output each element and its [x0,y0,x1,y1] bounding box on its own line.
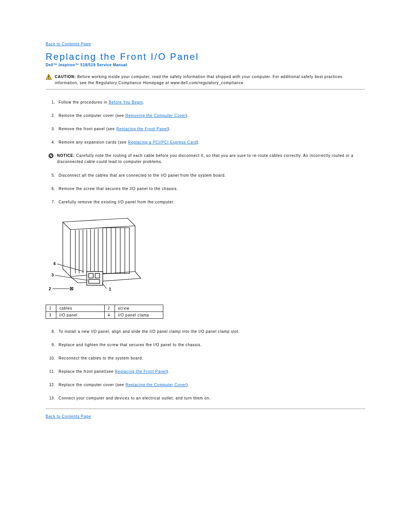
io-panel-diagram: 4 3 2 1 [46,212,365,301]
notice-icon [48,153,54,159]
legend-num-3: 3 [46,312,56,319]
step-7: Carefully remove the existing I/O panel … [56,199,365,205]
caution-label: CAUTION: [55,75,76,79]
divider-bottom [46,409,365,409]
notice-label: NOTICE: [57,153,75,158]
replacing-front-panel-link-2[interactable]: Replacing the Front Panel [115,369,167,374]
callout-3: 3 [51,273,54,277]
step-12: Replace the computer cover (see Replacin… [56,382,365,388]
caution-block: CAUTION: Before working inside your comp… [46,74,365,86]
svg-rect-1 [48,76,49,78]
steps-list-2: To install a new I/O panel, align and sl… [46,329,365,401]
back-link-top[interactable]: Back to Contents Page [46,42,365,46]
replacing-pci-card-link[interactable]: Replacing a PCI/PCI Express Card [128,140,197,144]
legend-table: 1 cables 2 screw 3 I/O panel 4 I/O panel… [46,305,163,319]
step-6: Remove the screw that secures the I/O pa… [56,186,365,192]
legend-num-1: 1 [46,305,56,312]
legend-num-2: 2 [105,305,115,312]
caution-body: Before working inside your computer, rea… [55,75,342,85]
replacing-front-panel-link-1[interactable]: Replacing the Front Panel [116,127,168,131]
step-13: Connect your computer and devices to an … [56,395,365,401]
svg-line-27 [55,275,88,280]
steps-list: Follow the procedures in Before You Begi… [46,99,365,205]
back-link-bottom[interactable]: Back to Contents Page [46,414,365,419]
callout-4: 4 [53,261,56,266]
divider-top [46,89,365,89]
step-1-text-a: Follow the procedures in [59,100,109,104]
notice-text: NOTICE: Carefully note the routing of ea… [57,153,365,165]
step-1: Follow the procedures in Before You Begi… [56,99,365,105]
step-3-text-b: ). [168,127,171,131]
step-12-text-b: ). [186,383,189,387]
legend-num-4: 4 [105,312,115,319]
caution-icon [46,74,52,80]
back-link-bottom-anchor[interactable]: Back to Contents Page [46,414,91,419]
step-2-text-b: ). [186,113,189,118]
svg-line-29 [102,283,107,289]
back-link-top-anchor[interactable]: Back to Contents Page [46,42,91,46]
legend-label-3: I/O panel [56,312,105,319]
step-4: Remove any expansion cards (see Replacin… [56,139,365,145]
removing-cover-link[interactable]: Removing the Computer Cover [125,113,186,118]
step-8: To install a new I/O panel, align and sl… [56,329,365,334]
step-1-text-b: . [143,100,145,104]
step-11-text-b: ). [167,369,170,374]
page-subtitle: Dell™ Inspiron™ 518/519 Service Manual [46,63,365,67]
legend-label-1: cables [56,305,105,312]
step-9: Replace and tighten the screw that secur… [56,342,365,348]
notice-block: NOTICE: Carefully note the routing of ea… [48,153,365,165]
callout-2: 2 [49,286,51,291]
page-title: Replacing the Front I/O Panel [46,51,365,62]
caution-text: CAUTION: Before working inside your comp… [55,74,365,86]
step-2-text-a: Remove the computer cover (see [59,113,125,118]
step-4-text-a: Remove any expansion cards (see [59,140,128,144]
legend-label-4: I/O panel clamp [115,312,163,319]
step-3-text-a: Remove the front panel (see [59,127,116,131]
step-5: Disconnect all the cables that are conne… [56,173,365,178]
step-12-text-a: Replace the computer cover (see [59,383,126,387]
before-you-begin-link[interactable]: Before You Begin [109,100,143,104]
step-2: Remove the computer cover (see Removing … [56,113,365,118]
step-11: Replace the front panel(see Replacing th… [56,369,365,374]
callout-1: 1 [109,287,112,291]
notice-inline: NOTICE: Carefully note the routing of ea… [46,153,365,165]
svg-rect-2 [48,78,49,79]
legend-label-2: screw [115,305,163,312]
replacing-computer-cover-link[interactable]: Replacing the Computer Cover [126,383,186,387]
step-10: Reconnect the cables to the system board… [56,355,365,361]
step-11-text-a: Replace the front panel(see [59,369,115,374]
table-row: 1 cables 2 screw [46,305,163,312]
step-4-text-b: ). [197,140,200,144]
step-3: Remove the front panel (see Replacing th… [56,126,365,132]
table-row: 3 I/O panel 4 I/O panel clamp [46,312,163,319]
notice-body: Carefully note the routing of each cable… [57,153,354,164]
